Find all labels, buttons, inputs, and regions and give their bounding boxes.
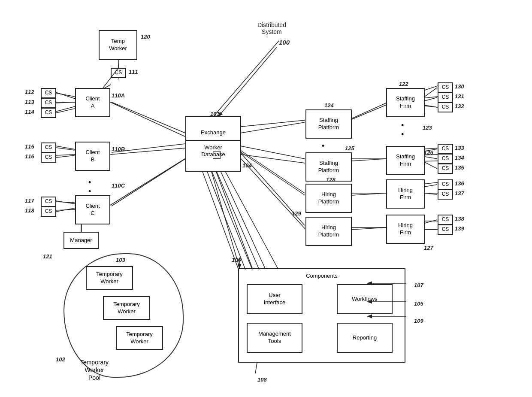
svg-line-4 bbox=[56, 106, 75, 112]
ref-123: 123 bbox=[423, 124, 432, 131]
distributed-system-ref: 100 bbox=[279, 39, 290, 46]
svg-line-9 bbox=[56, 201, 75, 204]
ref-138: 138 bbox=[455, 215, 464, 222]
cs-132: CS bbox=[438, 102, 453, 112]
ref-120: 120 bbox=[141, 33, 150, 40]
svg-line-49 bbox=[241, 152, 305, 195]
svg-line-48 bbox=[241, 155, 305, 163]
reporting-label: Reporting bbox=[353, 334, 377, 342]
svg-line-14 bbox=[240, 146, 305, 159]
temp-worker-pool-1: TemporaryWorker bbox=[86, 266, 133, 290]
hiring-firm-1-label: HiringFirm bbox=[398, 187, 413, 201]
cs-139: CS bbox=[438, 224, 453, 235]
management-tools-label: ManagementTools bbox=[258, 330, 291, 345]
ref-129: 129 bbox=[292, 210, 301, 217]
svg-line-46 bbox=[217, 172, 259, 270]
svg-line-50 bbox=[241, 159, 305, 229]
ref-111: 111 bbox=[129, 69, 138, 75]
staffing-firm-1-label: StaffingFirm bbox=[396, 95, 415, 110]
svg-line-18 bbox=[215, 167, 253, 270]
distributed-system-label: DistributedSystem bbox=[257, 21, 286, 35]
cs-117: CS bbox=[41, 197, 56, 207]
cs-112: CS bbox=[41, 88, 56, 98]
svg-line-13 bbox=[240, 122, 305, 133]
svg-line-77 bbox=[425, 220, 437, 223]
cs-138: CS bbox=[438, 215, 453, 225]
pool-label: TemporaryWorkerPool bbox=[66, 358, 122, 382]
ref-107: 107 bbox=[414, 282, 423, 288]
svg-line-71 bbox=[425, 105, 437, 107]
cs-135: CS bbox=[438, 164, 453, 174]
ref-115: 115 bbox=[25, 143, 34, 150]
ref-103: 103 bbox=[116, 257, 125, 263]
ref-137: 137 bbox=[455, 190, 464, 197]
svg-line-6 bbox=[56, 146, 75, 149]
user-interface-box: UserInterface bbox=[247, 284, 302, 314]
client-b-label: ClientB bbox=[85, 149, 100, 164]
ref-114: 114 bbox=[25, 109, 34, 115]
ref-132: 132 bbox=[455, 103, 464, 109]
cs-111-box: CS bbox=[111, 68, 126, 78]
svg-line-66 bbox=[56, 202, 75, 203]
ref-106: 106 bbox=[232, 257, 241, 263]
cs-134: CS bbox=[438, 154, 453, 164]
ref-116: 116 bbox=[25, 153, 34, 160]
db-icon bbox=[213, 151, 221, 159]
ref-110b: 110B bbox=[112, 146, 125, 152]
ref-108: 108 bbox=[257, 376, 267, 383]
svg-line-65 bbox=[56, 155, 75, 158]
manager-box: Manager bbox=[63, 232, 99, 249]
svg-line-44 bbox=[207, 172, 245, 270]
ref-128: 128 bbox=[326, 176, 336, 183]
ref-133: 133 bbox=[455, 145, 464, 151]
cs-113: CS bbox=[41, 98, 56, 108]
ref-134: 134 bbox=[455, 155, 464, 161]
client-a-label: ClientA bbox=[85, 95, 100, 110]
svg-line-74 bbox=[425, 162, 437, 169]
staffing-platform-1: StaffingPlatform bbox=[305, 109, 352, 139]
cs-118: CS bbox=[41, 206, 56, 217]
components-label: Components bbox=[306, 273, 338, 279]
cs-114: CS bbox=[41, 108, 56, 118]
svg-line-75 bbox=[425, 185, 437, 187]
staffing-firm-2: StaffingFirm bbox=[386, 146, 425, 175]
components-container: Components UserInterface Workflows Manag… bbox=[238, 268, 405, 363]
ref-139: 139 bbox=[455, 225, 464, 232]
temp-worker-pool-1-label: TemporaryWorker bbox=[96, 271, 122, 285]
svg-line-7 bbox=[56, 155, 75, 155]
hiring-firm-2-label: HiringFirm bbox=[398, 222, 413, 236]
staffing-platform-2-label: StaffingPlatform bbox=[318, 160, 339, 174]
svg-line-19 bbox=[219, 167, 266, 270]
svg-line-17 bbox=[210, 167, 240, 270]
hiring-platform-1: HiringPlatform bbox=[305, 184, 352, 213]
svg-line-47 bbox=[241, 120, 305, 127]
manager-label: Manager bbox=[70, 237, 92, 244]
exchange-label: Exchange bbox=[186, 126, 240, 141]
temp-worker-pool-2-label: TemporaryWorker bbox=[113, 301, 139, 315]
client-a-box: ClientA bbox=[75, 88, 110, 117]
svg-line-60 bbox=[352, 227, 386, 230]
hiring-platform-1-label: HiringPlatform bbox=[318, 191, 339, 206]
exchange-box: Exchange WorkerDatabase bbox=[185, 116, 241, 172]
svg-line-10 bbox=[56, 209, 75, 210]
ref-127: 127 bbox=[424, 245, 433, 251]
svg-line-45 bbox=[212, 172, 252, 270]
ref-121: 121 bbox=[43, 253, 52, 260]
ref-136: 136 bbox=[455, 180, 464, 187]
svg-line-35 bbox=[210, 41, 279, 120]
svg-line-5 bbox=[112, 102, 185, 133]
svg-line-52 bbox=[110, 102, 185, 136]
user-interface-label: UserInterface bbox=[264, 292, 286, 306]
dots-clients: •• bbox=[88, 178, 92, 196]
svg-line-51 bbox=[219, 47, 277, 116]
svg-line-76 bbox=[425, 193, 437, 194]
staffing-firm-1: StaffingFirm bbox=[386, 88, 425, 117]
ref-135: 135 bbox=[455, 164, 464, 171]
ref-131: 131 bbox=[455, 93, 464, 100]
svg-line-62 bbox=[56, 102, 75, 103]
cs-130: CS bbox=[438, 82, 453, 93]
diagram: DistributedSystem 100 TempWorker 120 CS … bbox=[0, 0, 532, 397]
svg-line-73 bbox=[425, 157, 437, 159]
ref-105: 105 bbox=[414, 300, 423, 307]
management-tools-box: ManagementTools bbox=[247, 323, 302, 353]
